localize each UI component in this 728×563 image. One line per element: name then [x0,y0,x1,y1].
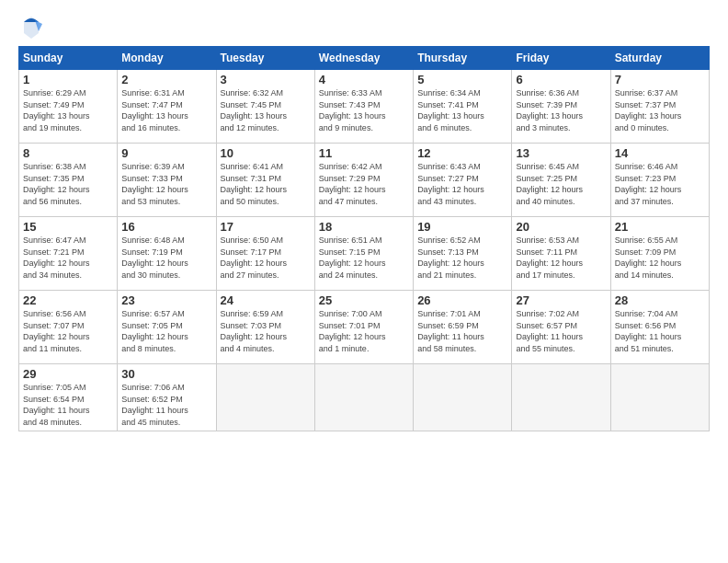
day-number: 11 [319,146,409,160]
day-info: Sunrise: 6:57 AMSunset: 7:05 PMDaylight:… [121,308,211,354]
sunset-text: Sunset: 7:41 PM [417,100,479,109]
sunrise-text: Sunrise: 7:02 AM [516,309,579,318]
table-row: 4Sunrise: 6:33 AMSunset: 7:43 PMDaylight… [314,70,413,144]
daylight-text: Daylight: 12 hours [319,332,386,341]
day-number: 20 [516,220,606,234]
daylight-text: Daylight: 13 hours [319,111,386,121]
daylight-text: and 50 minutes. [221,197,279,206]
day-number: 15 [23,220,113,234]
day-number: 18 [319,220,409,234]
day-number: 8 [23,146,113,160]
daylight-text: and 27 minutes. [221,270,279,280]
day-number: 9 [121,146,211,160]
table-row: 29Sunrise: 7:05 AMSunset: 6:54 PMDayligh… [19,364,118,431]
daylight-text: Daylight: 13 hours [121,111,188,121]
table-row: 5Sunrise: 6:34 AMSunset: 7:41 PMDaylight… [414,70,512,144]
sunrise-text: Sunrise: 6:45 AM [516,162,579,171]
day-number: 30 [121,367,211,381]
daylight-text: Daylight: 12 hours [516,185,583,194]
table-row: 27Sunrise: 7:02 AMSunset: 6:57 PMDayligh… [512,291,610,364]
table-row: 2Sunrise: 6:31 AMSunset: 7:47 PMDaylight… [118,70,216,144]
daylight-text: Daylight: 12 hours [319,259,386,268]
calendar-week-row: 1Sunrise: 6:29 AMSunset: 7:49 PMDaylight… [19,70,710,144]
day-number: 14 [615,146,705,160]
daylight-text: and 1 minute. [319,344,370,353]
table-row: 11Sunrise: 6:42 AMSunset: 7:29 PMDayligh… [314,144,413,217]
table-row: 13Sunrise: 6:45 AMSunset: 7:25 PMDayligh… [512,144,610,217]
table-row [216,364,314,431]
day-info: Sunrise: 6:46 AMSunset: 7:23 PMDaylight:… [615,161,705,207]
day-info: Sunrise: 6:36 AMSunset: 7:39 PMDaylight:… [516,87,606,133]
day-info: Sunrise: 6:42 AMSunset: 7:29 PMDaylight:… [319,161,409,207]
day-info: Sunrise: 6:37 AMSunset: 7:37 PMDaylight:… [615,87,705,133]
daylight-text: Daylight: 12 hours [221,185,288,194]
day-info: Sunrise: 6:39 AMSunset: 7:33 PMDaylight:… [121,161,211,207]
sunset-text: Sunset: 7:45 PM [221,100,282,109]
daylight-text: Daylight: 12 hours [23,332,90,341]
day-number: 27 [516,293,606,307]
day-info: Sunrise: 6:56 AMSunset: 7:07 PMDaylight:… [23,308,113,354]
day-number: 3 [221,73,311,86]
daylight-text: Daylight: 12 hours [319,185,386,194]
daylight-text: and 58 minutes. [417,344,476,353]
daylight-text: and 4 minutes. [221,344,275,353]
day-info: Sunrise: 6:45 AMSunset: 7:25 PMDaylight:… [516,161,606,207]
sunrise-text: Sunrise: 6:34 AM [417,88,481,98]
daylight-text: Daylight: 12 hours [23,185,90,194]
sunset-text: Sunset: 7:35 PM [23,174,85,183]
day-info: Sunrise: 7:04 AMSunset: 6:56 PMDaylight:… [615,308,705,354]
day-info: Sunrise: 6:43 AMSunset: 7:27 PMDaylight:… [417,161,507,207]
sunrise-text: Sunrise: 6:32 AM [221,88,284,98]
table-row: 17Sunrise: 6:50 AMSunset: 7:17 PMDayligh… [216,217,314,291]
sunrise-text: Sunrise: 6:48 AM [121,236,185,245]
sunrise-text: Sunrise: 6:59 AM [221,309,284,318]
daylight-text: and 56 minutes. [23,197,82,206]
table-row: 26Sunrise: 7:01 AMSunset: 6:59 PMDayligh… [414,291,512,364]
sunrise-text: Sunrise: 6:33 AM [319,88,382,98]
day-number: 10 [221,146,311,160]
day-info: Sunrise: 6:55 AMSunset: 7:09 PMDaylight:… [615,235,705,281]
daylight-text: Daylight: 12 hours [121,259,188,268]
day-number: 2 [121,73,211,86]
sunset-text: Sunset: 7:49 PM [23,100,85,109]
daylight-text: and 17 minutes. [516,270,574,280]
sunrise-text: Sunrise: 6:42 AM [319,162,382,171]
daylight-text: and 24 minutes. [319,270,378,280]
daylight-text: Daylight: 12 hours [23,259,90,268]
daylight-text: and 11 minutes. [23,344,82,353]
daylight-text: and 43 minutes. [417,197,476,206]
day-info: Sunrise: 7:00 AMSunset: 7:01 PMDaylight:… [319,308,409,354]
header-tuesday: Tuesday [216,47,314,70]
daylight-text: Daylight: 11 hours [121,406,188,415]
sunset-text: Sunset: 7:17 PM [221,247,282,257]
sunrise-text: Sunrise: 7:04 AM [615,309,678,318]
header-friday: Friday [512,47,610,70]
table-row [512,364,610,431]
day-number: 7 [615,73,705,86]
daylight-text: and 9 minutes. [319,123,373,132]
header-monday: Monday [118,47,216,70]
sunset-text: Sunset: 7:25 PM [516,174,577,183]
day-info: Sunrise: 6:33 AMSunset: 7:43 PMDaylight:… [319,87,409,133]
table-row: 15Sunrise: 6:47 AMSunset: 7:21 PMDayligh… [19,217,118,291]
sunset-text: Sunset: 7:29 PM [319,174,381,183]
sunrise-text: Sunrise: 6:39 AM [121,162,185,171]
day-number: 26 [417,293,507,307]
day-number: 29 [23,367,113,381]
table-row: 30Sunrise: 7:06 AMSunset: 6:52 PMDayligh… [118,364,216,431]
daylight-text: and 34 minutes. [23,270,82,280]
daylight-text: Daylight: 11 hours [615,332,682,341]
day-info: Sunrise: 7:02 AMSunset: 6:57 PMDaylight:… [516,308,606,354]
daylight-text: Daylight: 13 hours [516,111,583,121]
day-number: 24 [221,293,311,307]
sunset-text: Sunset: 7:27 PM [417,174,479,183]
calendar-week-row: 8Sunrise: 6:38 AMSunset: 7:35 PMDaylight… [19,144,710,217]
daylight-text: Daylight: 11 hours [516,332,583,341]
sunrise-text: Sunrise: 6:43 AM [417,162,481,171]
day-info: Sunrise: 6:34 AMSunset: 7:41 PMDaylight:… [417,87,507,133]
daylight-text: and 6 minutes. [417,123,472,132]
table-row: 10Sunrise: 6:41 AMSunset: 7:31 PMDayligh… [216,144,314,217]
daylight-text: Daylight: 12 hours [221,259,288,268]
header-wednesday: Wednesday [314,47,413,70]
calendar-week-row: 29Sunrise: 7:05 AMSunset: 6:54 PMDayligh… [19,364,710,431]
